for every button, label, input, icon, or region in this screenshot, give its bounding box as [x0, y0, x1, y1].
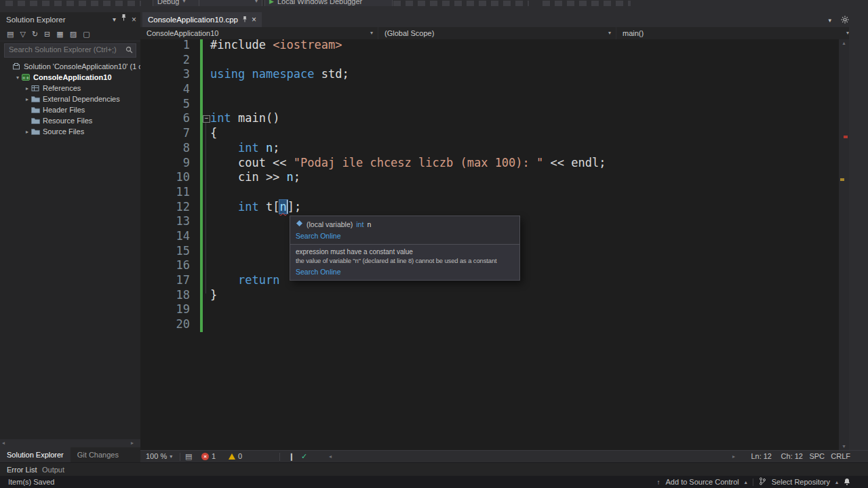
solution-configuration-dropdown[interactable]: Debug ▾: [153, 0, 204, 6]
code-line: 2: [140, 53, 839, 68]
folder-icon: [31, 117, 43, 125]
search-online-link[interactable]: Search Online: [296, 268, 514, 276]
select-repository-button[interactable]: Select Repository: [772, 478, 830, 486]
add-to-source-control-button[interactable]: Add to Source Control: [666, 478, 739, 486]
properties-icon[interactable]: ▨: [70, 30, 77, 39]
line-number: 20: [140, 317, 190, 332]
scroll-up-icon[interactable]: ▴: [839, 40, 849, 46]
code-text[interactable]: int main(): [210, 111, 279, 126]
search-online-link[interactable]: Search Online: [296, 232, 514, 240]
visual-studio-window: Debug ▾ ▾ ▶ Local Windows Debugger Solut…: [0, 0, 868, 488]
svg-text:++: ++: [22, 75, 30, 81]
error-count[interactable]: × 1: [201, 452, 216, 460]
gear-icon[interactable]: [841, 16, 849, 25]
fold-spacer: [203, 97, 210, 112]
folder-icon: [31, 106, 43, 114]
line-number: 2: [140, 53, 190, 68]
line-number: 17: [140, 273, 190, 288]
publish-icon: ↑: [657, 479, 660, 486]
active-files-dropdown-icon[interactable]: ▾: [828, 17, 831, 24]
scope-dropdown-label: (Global Scope): [384, 29, 434, 37]
code-text[interactable]: cout << "Podaj ile chcesz liczb (max 100…: [210, 156, 606, 171]
code-text[interactable]: }: [210, 288, 217, 303]
debugger-label: Local Windows Debugger: [277, 0, 362, 5]
code-cleanup-icon[interactable]: ✓: [301, 452, 307, 461]
tree-item[interactable]: ▸External Dependencies: [0, 94, 140, 104]
code-text[interactable]: int n;: [210, 141, 279, 156]
filter-icon[interactable]: ▽: [20, 30, 25, 39]
status-bar: Item(s) Saved ↑ Add to Source Control ▴ …: [0, 476, 868, 488]
pin-icon[interactable]: [121, 12, 127, 27]
chevron-down-icon: ▾: [170, 453, 172, 460]
window-position-icon[interactable]: ▾: [113, 12, 116, 27]
chevron-down-icon: ▾: [182, 0, 185, 4]
tree-item-label: External Dependencies: [43, 95, 120, 103]
collapse-all-icon[interactable]: ⊟: [44, 30, 50, 39]
zoom-dropdown[interactable]: 100 % ▾: [146, 452, 172, 460]
tree-item[interactable]: ▾++ConsoleApplication10: [0, 72, 140, 83]
start-debugging-button[interactable]: ▶ Local Windows Debugger: [264, 0, 393, 6]
chevron-right-icon[interactable]: ▸: [23, 85, 31, 92]
sidebar-horizontal-scrollbar[interactable]: ◂ ▸: [0, 439, 140, 447]
line-ending-indicator[interactable]: CRLF: [831, 452, 850, 460]
chevron-down-icon[interactable]: ▾: [14, 75, 22, 81]
tree-item-label: References: [43, 84, 81, 92]
close-icon[interactable]: ×: [252, 16, 256, 24]
main-toolbar: Debug ▾ ▾ ▶ Local Windows Debugger: [0, 0, 868, 6]
folder-icon: [31, 96, 43, 103]
fold-spacer: [203, 53, 210, 68]
tab-solution-explorer[interactable]: Solution Explorer: [0, 447, 71, 462]
tree-item[interactable]: Solution 'ConsoleApplication10' (1 of 1: [0, 61, 140, 72]
tree-item[interactable]: ▸Source Files: [0, 126, 140, 137]
tree-item-label: ConsoleApplication10: [33, 73, 112, 81]
project-dropdown[interactable]: ConsoleApplication10 ▾: [140, 27, 378, 39]
toolbar-icon-cluster[interactable]: [393, 1, 529, 6]
line-number: 8: [140, 141, 190, 156]
code-text[interactable]: int t[n];: [210, 200, 301, 215]
code-text[interactable]: using namespace std;: [210, 67, 349, 82]
editor-scrollbar[interactable]: ▴ ▾: [839, 39, 849, 450]
toolbar-icon-cluster[interactable]: [5, 1, 141, 6]
scrollbar-annotation: [840, 178, 844, 181]
warning-count[interactable]: 0: [229, 452, 242, 460]
solution-platform-dropdown[interactable]: ▾: [199, 0, 262, 6]
line-number: 18: [140, 288, 190, 303]
scroll-left-icon[interactable]: ◂: [2, 440, 5, 446]
pin-icon[interactable]: [242, 16, 248, 24]
chevron-right-icon[interactable]: ▸: [23, 96, 31, 102]
switch-views-icon[interactable]: ▤: [7, 30, 14, 39]
chevron-right-icon[interactable]: ▸: [23, 129, 31, 135]
code-text[interactable]: {: [210, 126, 217, 141]
tree-item[interactable]: ▸References: [0, 83, 140, 94]
tab-error-list[interactable]: Error List: [7, 466, 37, 474]
toolbar-icon-cluster[interactable]: [542, 1, 631, 6]
code-text[interactable]: return: [210, 273, 279, 288]
scrollbar-annotation: [844, 136, 848, 138]
line-number: 7: [140, 126, 190, 141]
panel-title: Solution Explorer ▾ ×: [0, 12, 140, 27]
tree-item[interactable]: Resource Files: [0, 115, 140, 126]
scroll-right-icon[interactable]: ▸: [131, 440, 134, 446]
tree-item[interactable]: Header Files: [0, 104, 140, 115]
scroll-right-icon[interactable]: ▸: [732, 453, 735, 460]
code-text[interactable]: cin >> n;: [210, 170, 300, 185]
refresh-icon[interactable]: ↻: [32, 30, 38, 39]
spaces-indicator[interactable]: SPC: [809, 452, 825, 460]
tab-git-changes[interactable]: Git Changes: [71, 447, 125, 462]
close-icon[interactable]: ×: [132, 12, 136, 27]
line-number: 3: [140, 67, 190, 82]
code-text[interactable]: #include <iostream>: [210, 39, 342, 53]
document-saved-icon: ▤: [185, 452, 192, 461]
bell-icon[interactable]: [844, 478, 850, 487]
search-input[interactable]: Search Solution Explorer (Ctrl+;): [4, 43, 136, 58]
scroll-left-icon[interactable]: ◂: [329, 453, 332, 460]
scroll-down-icon[interactable]: ▾: [839, 443, 849, 449]
tab-output[interactable]: Output: [42, 466, 64, 474]
show-all-files-icon[interactable]: ▦: [56, 30, 63, 39]
fold-spacer: [203, 170, 210, 185]
preview-selected-icon[interactable]: ▢: [83, 30, 90, 39]
fold-collapse-icon[interactable]: −: [203, 111, 210, 126]
scope-dropdown[interactable]: (Global Scope) ▾: [378, 27, 616, 39]
member-dropdown[interactable]: main() ▾: [616, 27, 854, 39]
document-tab[interactable]: ConsoleApplication10.cpp ×: [142, 12, 262, 27]
